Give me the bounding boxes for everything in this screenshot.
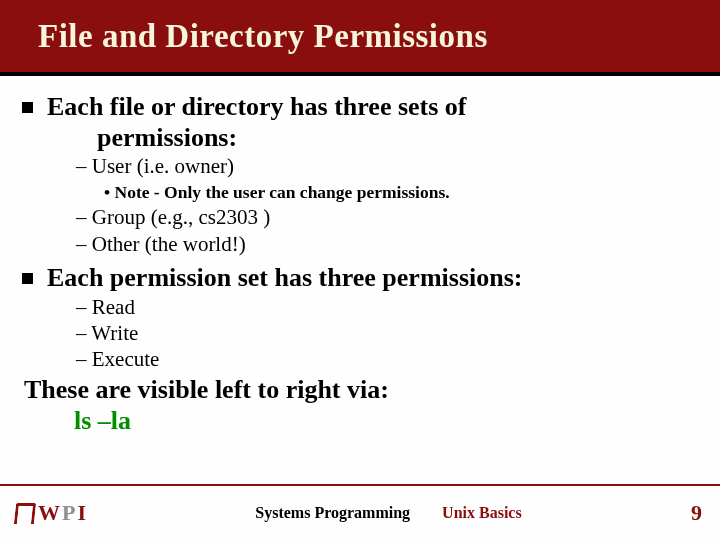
logo-i: I: [77, 500, 86, 526]
footer-center: Systems Programming Unix Basics: [86, 504, 691, 522]
wpi-logo: WPI: [12, 500, 86, 526]
sublist-1: – User (i.e. owner) • Note - Only the us…: [76, 153, 698, 257]
outro-line1: These are visible left to right via:: [24, 375, 389, 404]
sub-item-user: – User (i.e. owner): [76, 153, 698, 179]
bullet-1: Each file or directory has three sets of…: [22, 92, 698, 153]
bullet-1-line2: permissions:: [47, 123, 467, 154]
bullet-2-text: Each permission set has three permission…: [47, 263, 522, 294]
bullet-2: Each permission set has three permission…: [22, 263, 698, 294]
sublist-2: – Read – Write – Execute: [76, 294, 698, 373]
footer: WPI Systems Programming Unix Basics 9: [0, 484, 720, 540]
footer-unix-basics: Unix Basics: [442, 504, 522, 521]
logo-w: W: [38, 500, 60, 526]
sub-item-note: • Note - Only the user can change permis…: [104, 180, 698, 205]
sub-item-other: – Other (the world!): [76, 231, 698, 257]
slide-title: File and Directory Permissions: [38, 18, 488, 55]
square-bullet-icon: [22, 273, 33, 284]
slide-content: Each file or directory has three sets of…: [0, 76, 720, 437]
square-bullet-icon: [22, 102, 33, 113]
title-bar: File and Directory Permissions: [0, 0, 720, 76]
bullet-1-line1: Each file or directory has three sets of: [47, 92, 467, 121]
logo-mark-icon: [12, 501, 34, 525]
page-number: 9: [691, 500, 702, 526]
sub-item-write: – Write: [76, 320, 698, 346]
bullet-1-text: Each file or directory has three sets of…: [47, 92, 467, 153]
logo-p: P: [62, 500, 75, 526]
sub-item-read: – Read: [76, 294, 698, 320]
command-text: ls –la: [24, 405, 698, 436]
sub-item-group: – Group (e.g., cs2303 ): [76, 204, 698, 230]
footer-systems-programming: Systems Programming: [255, 504, 410, 521]
sub-item-execute: – Execute: [76, 346, 698, 372]
outro-text: These are visible left to right via: ls …: [24, 374, 698, 436]
